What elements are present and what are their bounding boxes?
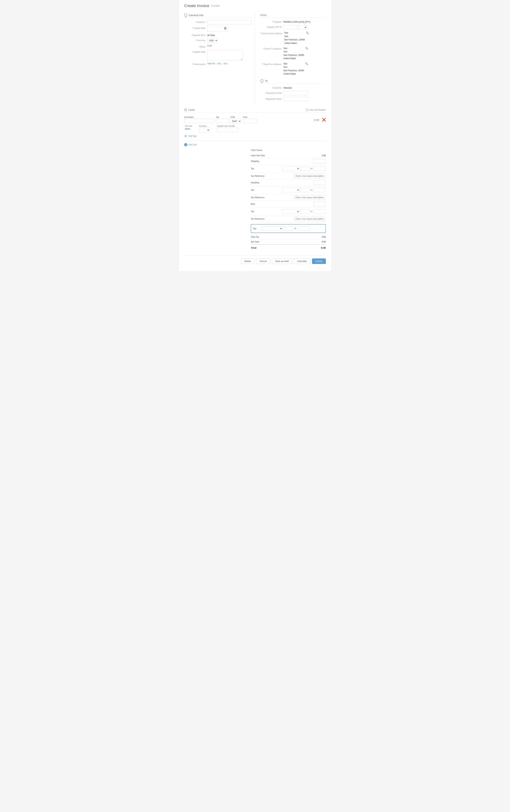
handling-tax-ref-input[interactable]: [294, 195, 326, 200]
line-uom-select[interactable]: Each: [230, 119, 241, 123]
currency-row: Currency USD AUD EUR: [184, 38, 251, 43]
shipping-tax-ref-input[interactable]: [294, 174, 326, 178]
page-title: Create Invoice: [184, 4, 209, 8]
lines-header: Lines Line Level Taxation: [184, 108, 326, 113]
requester-name-label: Requester Name: [260, 97, 283, 100]
shipping-label: Shipping: [251, 160, 259, 163]
requester-name-row: Requester Name: [260, 97, 326, 101]
lines-icon: [184, 109, 187, 111]
po-line-wrap: PO Line None: [185, 125, 192, 130]
misc-input[interactable]: [313, 202, 326, 206]
misc-tax-val-input[interactable]: 0.000: [313, 209, 326, 214]
line-qty-input[interactable]: 1.000: [216, 119, 229, 123]
add-tag-button[interactable]: 🏷 Add Tag: [184, 134, 326, 138]
ship-from-search-icon[interactable]: 🔍: [305, 62, 308, 65]
total-row: Total 0.00: [251, 244, 326, 250]
line-desc-input[interactable]: [184, 119, 214, 123]
total-tax-label: Total Tax: [251, 236, 259, 238]
attach-url-link[interactable]: URL: [217, 62, 221, 65]
remit-to-address-row: Remit-To Address Test Test San Francisco…: [260, 47, 326, 60]
add-line-icon: +: [184, 143, 187, 146]
delete-button[interactable]: Delete: [241, 258, 254, 264]
misc-tax-label: Tax: [251, 210, 254, 213]
handling-tax-val-input[interactable]: 0.000: [313, 188, 326, 192]
line-level-tax-checkbox[interactable]: [306, 109, 308, 111]
shipping-tax-val-input[interactable]: 0.000: [313, 167, 326, 171]
attachments-label: Attachments: [184, 62, 207, 65]
invoice-date-input[interactable]: 27/10/2020: [209, 27, 223, 31]
line-remove-button[interactable]: ❌: [322, 118, 326, 122]
lines-net-total-label: Lines Net Total: [251, 154, 265, 157]
from-to-section: From Supplier REDBALLOON (AUD) (PTY) Sup…: [255, 12, 326, 105]
tax-highlight-val-input[interactable]: 0.000: [298, 226, 310, 231]
requester-name-input[interactable]: [283, 97, 308, 101]
line-uom-wrap: UOM Each: [230, 116, 241, 123]
supplier-part-input[interactable]: [217, 128, 238, 132]
supplier-value: REDBALLOON (AUD) (PTY): [283, 20, 326, 23]
from-section-header: From: [260, 13, 326, 18]
payment-term-value: 30 Days: [207, 33, 251, 36]
page-subtitle: Create: [211, 4, 219, 7]
handling-tax-pct-input[interactable]: [301, 188, 309, 192]
supplier-vat-select[interactable]: [298, 25, 307, 30]
add-line-label: Add Line: [188, 143, 197, 146]
line-item: Description Qty 1.000 UOM Each Pri: [184, 115, 326, 140]
net-total-row: Net Total 0.00: [251, 239, 326, 244]
misc-tax-select[interactable]: [282, 209, 300, 214]
handling-input[interactable]: [313, 180, 326, 185]
currency-select[interactable]: USD AUD EUR: [207, 38, 218, 43]
contract-label: Contract: [199, 125, 210, 127]
shipping-tax-row: Tax % 0.000: [251, 165, 326, 173]
invoice-num-row: Invoice #: [184, 20, 251, 24]
save-as-draft-button[interactable]: Save as draft: [272, 258, 292, 264]
total-tax-row: Total Tax 0.00: [251, 235, 326, 239]
from-section-title: From: [260, 13, 267, 17]
line-level-tax-label: Line Level Taxation: [309, 109, 326, 111]
payment-term-row: Payment Term 30 Days: [184, 33, 251, 36]
line-price-wrap: Price 0.00: [243, 116, 257, 123]
page-header: Create Invoice Create: [184, 4, 326, 8]
invoice-from-search-icon[interactable]: 🔍: [306, 31, 309, 34]
shipping-tax-pct-input[interactable]: [301, 167, 309, 171]
supplier-part-label: Supplier part number: [217, 125, 238, 127]
add-line-button[interactable]: + Add Line: [184, 142, 326, 147]
calendar-icon[interactable]: 📅: [224, 27, 227, 30]
contract-select[interactable]: [199, 128, 210, 132]
handling-tax-select[interactable]: [282, 188, 300, 192]
requester-email-input[interactable]: [283, 91, 308, 95]
attach-text-link[interactable]: Text: [223, 62, 228, 65]
calculate-button[interactable]: Calculate: [294, 258, 310, 264]
payment-term-label: Payment Term: [184, 33, 207, 36]
shipping-tax-ref-label: Tax Reference: [251, 175, 264, 177]
general-info-header: General Info: [184, 13, 251, 18]
submit-button[interactable]: Submit: [312, 258, 326, 264]
invoice-from-address-label: Invoice-From Address: [260, 31, 284, 35]
invoice-num-input[interactable]: [207, 20, 251, 24]
line-desc-label: Description: [184, 116, 214, 118]
remit-to-search-icon[interactable]: 🔍: [305, 47, 308, 50]
remit-to-address-label: Remit-To Address: [260, 47, 283, 50]
shipping-row: Shipping: [251, 158, 326, 165]
cancel-button[interactable]: Cancel: [256, 258, 270, 264]
lines-net-total-value: 0.00: [322, 154, 326, 157]
tax-highlight-pct-symbol: %: [294, 227, 296, 230]
supplier-vat-label: Supplier VAT ID: [260, 25, 283, 28]
misc-tax-pct-input[interactable]: [301, 209, 309, 214]
total-value: 0.00: [321, 246, 326, 249]
to-section-header: To: [260, 79, 326, 84]
tax-highlight-pct-input[interactable]: [284, 226, 293, 231]
supplier-note-input[interactable]: [207, 50, 243, 60]
misc-tax-ref-row: Tax Reference: [251, 216, 326, 222]
shipping-tax-select[interactable]: [282, 166, 300, 171]
tax-highlight-select[interactable]: [261, 226, 282, 231]
misc-tax-ref-input[interactable]: [294, 217, 326, 221]
supplier-vat-input[interactable]: 123455: [283, 25, 298, 29]
invoice-num-label: Invoice #: [184, 20, 207, 23]
invoice-from-address-block: Test Test San Francisco, 10000 United St…: [284, 31, 305, 45]
shipping-input[interactable]: [313, 159, 326, 163]
handling-tax-row: Tax % 0.000: [251, 186, 326, 194]
line-price-input[interactable]: 0.00: [243, 119, 257, 123]
line-qty-wrap: Qty 1.000: [216, 116, 229, 123]
line-desc-wrap: Description: [184, 116, 214, 123]
attach-file-link[interactable]: File: [212, 62, 215, 65]
